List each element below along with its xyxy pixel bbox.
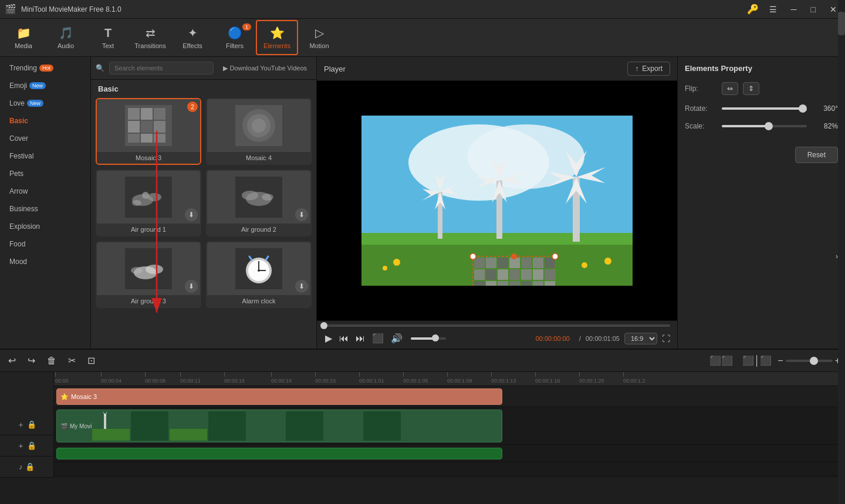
zoom-handle[interactable]	[810, 357, 818, 365]
svg-rect-76	[474, 281, 485, 286]
scale-slider[interactable]	[722, 125, 807, 127]
timeline-left: ＋ 🔒 ＋ 🔒 ♪ 🔒	[0, 372, 54, 478]
ratio-select[interactable]: 16:9 9:16 1:1 4:3	[624, 333, 657, 344]
sidebar-item-food[interactable]: Food	[0, 235, 90, 253]
element-card-mosaic4[interactable]: Mosaic 4	[206, 98, 312, 165]
element-card-airground3[interactable]: Air ground 3 ⬇	[96, 241, 201, 308]
minimize-button[interactable]: ─	[787, 4, 800, 15]
toolbar-item-media[interactable]: 📁 Media	[2, 20, 45, 55]
lock-video-track-button[interactable]: 🔒	[27, 441, 36, 450]
elements-icon: ⭐	[270, 26, 285, 40]
rotate-handle[interactable]	[799, 104, 807, 113]
volume-slider[interactable]	[411, 337, 446, 340]
toolbar-item-transitions[interactable]: ⇄ Transitions	[129, 20, 171, 55]
sidebar-item-basic[interactable]: Basic	[0, 112, 90, 130]
svg-rect-71	[498, 269, 508, 280]
export-button[interactable]: ↑ Export	[627, 62, 670, 76]
key-icon: 🔑	[747, 4, 759, 15]
flip-vertical-button[interactable]: ⇕	[743, 82, 759, 95]
element-card-mosaic3[interactable]: Mosaic 3 2	[96, 98, 201, 165]
search-input[interactable]	[109, 62, 214, 75]
timeline-area: ↩ ↪ 🗑 ✂ ⊡ ⬛⬛ ⬛│⬛ − + ＋ 🔒 ＋ 🔒 ♪	[0, 349, 845, 478]
next-frame-button[interactable]: ⏭	[354, 332, 366, 345]
airground3-dl-btn[interactable]: ⬇	[185, 280, 198, 293]
toolbar-label-transitions: Transitions	[134, 42, 165, 49]
prev-frame-button[interactable]: ⏮	[338, 332, 350, 345]
sidebar-item-arrow[interactable]: Arrow	[0, 182, 90, 200]
toolbar-item-effects[interactable]: ✦ Effects	[171, 20, 214, 55]
zoom-slider[interactable]	[786, 360, 833, 362]
sidebar-item-love[interactable]: Love New	[0, 94, 90, 112]
svg-point-45	[383, 266, 387, 270]
svg-rect-5	[141, 121, 153, 133]
stop-button[interactable]: ⬛	[371, 332, 385, 345]
airground2-dl-btn[interactable]: ⬇	[295, 208, 308, 221]
volume-button[interactable]: 🔊	[390, 332, 404, 345]
lock-track-button[interactable]: 🔒	[27, 420, 36, 429]
zoom-out-button[interactable]: −	[778, 356, 783, 366]
add-video-track-button[interactable]: ＋	[17, 441, 25, 451]
toolbar-item-motion[interactable]: ▷ Motion	[298, 20, 340, 55]
toolbar-item-text[interactable]: T Text	[87, 20, 129, 55]
sidebar-item-festival[interactable]: Festival	[0, 147, 90, 165]
download-label: Download YouTube Videos	[230, 65, 307, 72]
rotate-label: Rotate:	[685, 104, 717, 113]
export-icon: ↑	[635, 65, 638, 73]
svg-point-25	[146, 265, 163, 274]
scale-handle[interactable]	[765, 122, 773, 130]
search-icon: 🔍	[96, 64, 104, 72]
download-youtube-btn[interactable]: ▶ Download YouTube Videos	[218, 62, 312, 75]
reset-button[interactable]: Reset	[795, 147, 838, 163]
element-card-airground2[interactable]: Air ground 2 ⬇	[206, 170, 312, 236]
sidebar-item-mood[interactable]: Mood	[0, 253, 90, 270]
delete-button[interactable]: 🗑	[43, 354, 60, 368]
track-controls-audio: ♪ 🔒	[0, 456, 53, 478]
menu-button[interactable]: ☰	[766, 4, 780, 15]
elements-grid: Mosaic 3 2 Mosaic 4	[91, 98, 316, 313]
airground1-dl-btn[interactable]: ⬇	[185, 208, 198, 221]
element-card-airground1[interactable]: Air ground 1 ⬇	[96, 170, 201, 236]
progress-bar[interactable]	[324, 324, 670, 327]
record-button[interactable]: ⬛⬛	[706, 353, 736, 368]
titlebar: 🎬 MiniTool MovieMaker Free 8.1.0 🔑 ☰ ─ □…	[0, 0, 845, 19]
element-clip-mosaic3[interactable]: ⭐ Mosaic 3	[56, 388, 502, 405]
cut-button[interactable]: ✂	[65, 353, 79, 368]
ruler-mark-0: 00:00	[55, 372, 69, 385]
svg-rect-73	[521, 269, 532, 280]
toolbar-item-elements[interactable]: ⭐ Elements	[256, 20, 298, 55]
video-clip-mymovie[interactable]: 🎬 My Movie(1)	[56, 410, 502, 442]
sidebar-item-business[interactable]: Business	[0, 200, 90, 218]
alarmclock-dl-btn[interactable]: ⬇	[295, 280, 308, 293]
undo-button[interactable]: ↩	[5, 353, 19, 368]
maximize-button[interactable]: □	[807, 4, 819, 15]
timeline-scrollbar[interactable]	[838, 372, 845, 478]
rotate-slider[interactable]	[722, 107, 807, 110]
sidebar-item-cover[interactable]: Cover	[0, 130, 90, 147]
add-track-button[interactable]: ＋	[17, 420, 25, 430]
redo-button[interactable]: ↪	[24, 353, 39, 368]
element-clip-icon: ⭐	[60, 393, 69, 401]
sidebar-item-pets[interactable]: Pets	[0, 165, 90, 182]
timeline-right[interactable]: 00:00 00:00:04 00:00:08 00:00:11 00:00:1…	[54, 372, 845, 478]
sidebar-item-emoji[interactable]: Emoji New	[0, 77, 90, 94]
crop-button[interactable]: ⊡	[84, 353, 99, 368]
toolbar-item-filters[interactable]: 🔵 Filters 1	[214, 20, 256, 55]
play-button[interactable]: ▶	[324, 332, 333, 345]
svg-rect-64	[498, 258, 508, 268]
sidebar-item-trending[interactable]: Trending Hot	[0, 59, 90, 77]
lock-audio-track-button[interactable]: 🔒	[25, 462, 35, 471]
fullscreen-button[interactable]: ⛶	[662, 334, 670, 343]
audio-clip[interactable]	[56, 448, 502, 459]
alarmclock-label: Alarm clock	[207, 295, 310, 307]
element-card-alarmclock[interactable]: Alarm clock ⬇	[206, 241, 312, 308]
scale-row: Scale: 82%	[685, 122, 838, 130]
flip-horizontal-button[interactable]: ⇔	[722, 82, 738, 95]
svg-rect-6	[154, 121, 165, 133]
volume-handle[interactable]	[432, 334, 439, 341]
mosaic4-label: Mosaic 4	[207, 152, 310, 164]
split-button[interactable]: ⬛│⬛	[739, 353, 775, 368]
toolbar-item-audio[interactable]: 🎵 Audio	[45, 20, 87, 55]
player-title: Player	[324, 65, 346, 73]
sidebar-item-explosion[interactable]: Explosion	[0, 218, 90, 235]
progress-handle[interactable]	[320, 322, 327, 329]
